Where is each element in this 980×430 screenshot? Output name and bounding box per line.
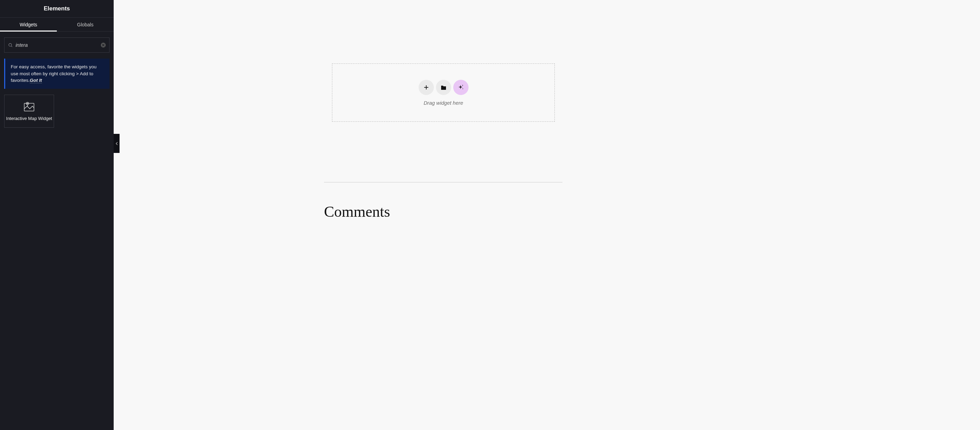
panel-tabs: Widgets Globals	[0, 18, 114, 32]
ai-suggest-button[interactable]	[453, 80, 469, 95]
search-container	[0, 32, 114, 53]
svg-point-9	[462, 84, 463, 85]
svg-point-0	[9, 43, 11, 46]
sparkle-icon	[458, 84, 464, 91]
svg-point-6	[27, 103, 28, 104]
widget-label: Interactive Map Widget	[6, 116, 52, 121]
panel-header: Elements	[0, 0, 114, 18]
favorites-tip: For easy access, favorite the widgets yo…	[4, 59, 110, 89]
search-box	[4, 37, 110, 53]
editor-canvas[interactable]: Drag widget here Comments	[114, 0, 980, 430]
folder-icon	[441, 85, 446, 90]
tip-text: For easy access, favorite the widgets yo…	[11, 64, 97, 83]
dropzone-label: Drag widget here	[423, 100, 463, 106]
tab-widgets[interactable]: Widgets	[0, 18, 57, 31]
tab-globals[interactable]: Globals	[57, 18, 114, 31]
add-widget-button[interactable]	[418, 80, 434, 95]
widget-dropzone[interactable]: Drag widget here	[332, 64, 555, 122]
clear-search-button[interactable]	[101, 43, 106, 48]
map-icon	[24, 101, 34, 112]
collapse-panel-button[interactable]	[114, 134, 119, 153]
chevron-left-icon	[116, 142, 118, 145]
svg-line-1	[11, 46, 13, 47]
svg-point-10	[462, 88, 463, 89]
browse-templates-button[interactable]	[436, 80, 451, 95]
dropzone-actions	[418, 80, 469, 95]
search-input[interactable]	[16, 42, 98, 48]
elements-panel: Elements Widgets Globals For easy access…	[0, 0, 114, 430]
widget-card-interactive-map[interactable]: Interactive Map Widget	[4, 95, 54, 127]
plus-icon	[423, 84, 429, 90]
panel-title: Elements	[44, 5, 70, 12]
section-divider	[324, 182, 562, 182]
comments-heading: Comments	[324, 203, 390, 221]
widget-results: Interactive Map Widget	[0, 89, 114, 134]
search-icon	[8, 43, 13, 48]
tip-dismiss-link[interactable]: Got It	[30, 78, 42, 83]
